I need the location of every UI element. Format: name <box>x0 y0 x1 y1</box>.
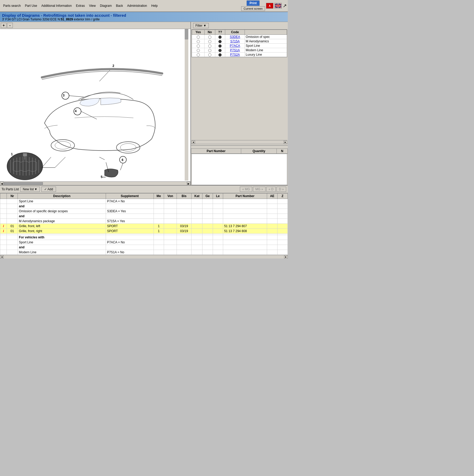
cell-von <box>164 214 177 219</box>
add-button[interactable]: ✓ Add <box>41 187 56 192</box>
table-row[interactable]: i 01 Grille, front, left SPORT 1 03/19 5… <box>0 224 288 229</box>
radio-qq-5[interactable] <box>218 53 222 56</box>
cell-icon: i <box>0 229 7 234</box>
th-description: Description <box>18 193 106 199</box>
current-screen-button[interactable]: Current screen <box>241 6 265 11</box>
cell-ae <box>267 235 277 240</box>
radio-qq-1[interactable] <box>218 36 222 39</box>
scroll-track <box>4 182 187 185</box>
table-row[interactable]: Omission of specific design scopes S3DEA… <box>0 209 288 214</box>
code-p7s1a[interactable]: P7S1A <box>225 48 245 53</box>
cell-nr <box>7 240 18 245</box>
radio-qq-2[interactable] <box>218 40 222 43</box>
table-row[interactable]: Modern Line P7S1A = No <box>0 250 288 255</box>
cell-me: 1 <box>154 224 164 229</box>
cell-le <box>213 214 223 219</box>
filter-button[interactable]: Filter ▼ <box>193 23 209 28</box>
code-p7s2a[interactable]: P7S2A <box>225 53 245 57</box>
cell-von <box>164 245 177 250</box>
cell-icon <box>0 250 7 255</box>
cell-z <box>277 209 287 214</box>
menu-diagram[interactable]: Diagram <box>98 3 114 8</box>
radio-yes-2[interactable] <box>197 40 200 43</box>
table-row[interactable]: and <box>0 204 288 209</box>
table-row[interactable]: For vehicles with <box>0 235 288 240</box>
diagram-area: 2 3 4 <box>0 29 190 181</box>
menu-help[interactable]: Help <box>149 3 160 8</box>
bottom-scroll-left[interactable]: ◄ <box>0 255 4 259</box>
cell-ge <box>202 229 213 234</box>
code-s3dea[interactable]: S3DEA <box>225 35 245 39</box>
radio-no-3[interactable] <box>208 44 211 48</box>
radio-no-1[interactable] <box>208 36 211 39</box>
scroll-right-btn[interactable]: ► <box>187 182 190 185</box>
new-list-button[interactable]: New list ▼ <box>20 187 40 192</box>
menu-view[interactable]: View <box>87 3 98 8</box>
cell-kat <box>191 235 202 240</box>
table-row[interactable]: and <box>0 214 288 219</box>
menu-extras[interactable]: Extras <box>74 3 87 8</box>
menu-back[interactable]: Back <box>114 3 125 8</box>
table-row[interactable]: M Aerodynamics package S715A = Yes <box>0 219 288 224</box>
cell-von <box>164 219 177 224</box>
cell-me <box>154 204 164 209</box>
table-row[interactable]: Sport Line P7ACA = No <box>0 240 288 245</box>
cell-ae <box>267 199 277 204</box>
radio-yes-4[interactable] <box>197 49 200 52</box>
cell-z <box>277 219 287 224</box>
th-part-number: Part Number <box>191 149 241 154</box>
nav-d-forward[interactable]: D » <box>276 187 286 192</box>
table-row[interactable]: i 01 Grille, front, right SPORT 1 03/19 … <box>0 229 288 234</box>
menu-additional-info[interactable]: Additional Information <box>39 3 74 8</box>
table-row[interactable]: and <box>0 245 288 250</box>
radio-yes-1[interactable] <box>197 36 200 39</box>
flag-icon-1[interactable]: A <box>266 3 273 9</box>
print-button[interactable]: Print <box>247 1 259 6</box>
bottom-scroll-right[interactable]: ► <box>284 255 288 259</box>
radio-no-5[interactable] <box>208 53 211 56</box>
radio-no-2[interactable] <box>208 40 211 43</box>
menu-parts-search[interactable]: Parts search <box>1 3 23 8</box>
filter-scroll-right[interactable]: ► <box>284 141 287 144</box>
radio-yes-3[interactable] <box>197 44 200 48</box>
scroll-left-btn[interactable]: ◄ <box>0 182 4 185</box>
data-table: Nr Description Supplement Me Von Bis Kat… <box>0 193 288 255</box>
horizontal-scrollbar[interactable]: ◄ ► <box>0 181 190 185</box>
svg-text:5—: 5— <box>101 175 106 179</box>
mini-scrollbar[interactable] <box>191 145 288 148</box>
navigation-buttons: « MG MG » « D D » <box>240 187 286 192</box>
zoom-out-button[interactable]: - <box>7 23 13 28</box>
cell-kat <box>191 209 202 214</box>
cell-part-number <box>223 204 267 209</box>
nav-mg-forward[interactable]: MG » <box>253 187 265 192</box>
flag-icon-2[interactable] <box>274 3 282 9</box>
filter-scroll-left[interactable]: ◄ <box>191 141 195 144</box>
radio-yes-5[interactable] <box>197 53 200 56</box>
filter-spacer <box>191 57 288 140</box>
radio-qq-3[interactable] <box>218 44 222 48</box>
cell-description: Sport Line <box>18 199 106 204</box>
radio-no-4[interactable] <box>208 49 211 52</box>
bottom-scrollbar[interactable]: ◄ ► <box>0 255 288 259</box>
cell-von <box>164 204 177 209</box>
code-p7aca[interactable]: P7ACA <box>225 44 245 48</box>
cell-ae <box>267 214 277 219</box>
scroll-thumb[interactable] <box>4 182 43 185</box>
cell-description: and <box>18 214 106 219</box>
radio-qq-4[interactable] <box>218 49 222 52</box>
cell-icon: i <box>0 224 7 229</box>
filter-row: P7ACA Sport Line <box>192 44 287 48</box>
cell-supplement: P7ACA = No <box>106 240 154 245</box>
table-row[interactable]: Sport Line P7ACA = No <box>0 199 288 204</box>
nav-mg-back[interactable]: « MG <box>240 187 252 192</box>
desc-s715a: M Aerodynamics <box>245 39 287 44</box>
filter-h-scrollbar[interactable]: ◄ ► <box>191 140 287 144</box>
zoom-in-button[interactable]: + <box>1 23 7 28</box>
cell-icon <box>0 240 7 245</box>
code-s715a[interactable]: S715A <box>225 39 245 44</box>
th-ae: AE <box>267 193 277 199</box>
menu-administration[interactable]: Administration <box>125 3 149 8</box>
menu-part-use[interactable]: Part Use <box>23 3 39 8</box>
nav-d-back[interactable]: « D <box>266 187 276 192</box>
cell-supplement: SPORT <box>106 224 154 229</box>
